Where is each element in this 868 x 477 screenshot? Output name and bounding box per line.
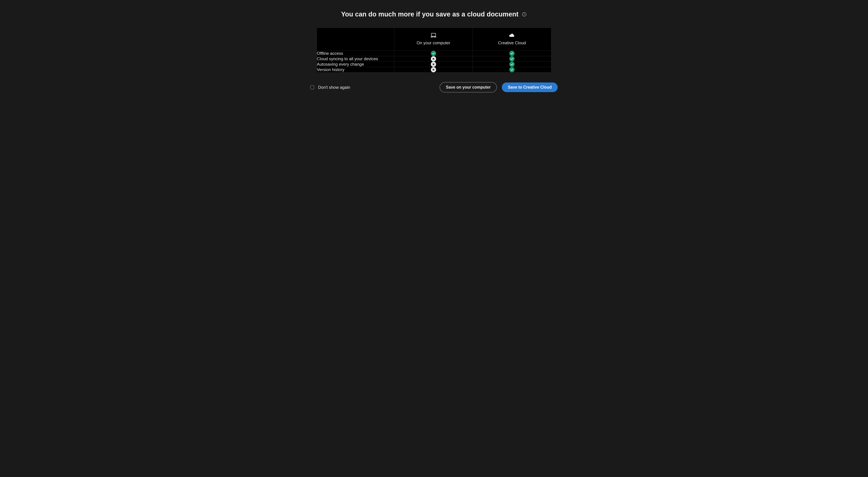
feature-mark: [473, 51, 551, 56]
svg-rect-3: [431, 33, 436, 36]
laptop-icon: [398, 33, 469, 38]
column-label-cloud: Creative Cloud: [476, 40, 548, 45]
table-row: Version history: [317, 67, 551, 72]
save-on-computer-button[interactable]: Save on your computer: [440, 82, 497, 92]
table-header-cloud: Creative Cloud: [473, 28, 551, 51]
feature-mark: [394, 51, 473, 56]
cloud-icon: [476, 33, 548, 38]
column-label-local: On your computer: [398, 40, 469, 45]
title-row: You can do much more if you save as a cl…: [310, 10, 558, 18]
check-icon: [509, 62, 515, 67]
feature-mark: [473, 67, 551, 72]
info-icon[interactable]: [522, 12, 527, 17]
comparison-table: On your computer Creative Cloud Offline: [317, 28, 551, 72]
feature-mark: [394, 62, 473, 67]
table-header-empty: [317, 28, 394, 51]
feature-label: Cloud syncing to all your devices: [317, 56, 394, 62]
check-icon: [509, 56, 515, 61]
dialog-title: You can do much more if you save as a cl…: [341, 10, 519, 18]
feature-mark: [473, 62, 551, 67]
feature-label: Version history: [317, 67, 394, 72]
check-icon: [431, 51, 436, 56]
cross-icon: [431, 67, 436, 72]
button-row: Save on your computer Save to Creative C…: [440, 82, 558, 92]
check-icon: [509, 67, 515, 72]
dont-show-label: Don't show again: [318, 85, 350, 90]
dont-show-again-toggle[interactable]: Don't show again: [310, 85, 350, 90]
feature-mark: [473, 56, 551, 62]
table-row: Autosaving every change: [317, 62, 551, 67]
dialog-footer: Don't show again Save on your computer S…: [310, 82, 558, 92]
table-header-local: On your computer: [394, 28, 473, 51]
check-icon: [509, 51, 515, 56]
feature-mark: [394, 67, 473, 72]
cross-icon: [431, 56, 436, 61]
save-to-creative-cloud-button[interactable]: Save to Creative Cloud: [502, 83, 558, 92]
checkbox-icon[interactable]: [310, 86, 314, 89]
svg-rect-5: [433, 37, 434, 37]
feature-label: Autosaving every change: [317, 62, 394, 67]
table-row: Offline access: [317, 51, 551, 56]
table-header-row: On your computer Creative Cloud: [317, 28, 551, 51]
table-row: Cloud syncing to all your devices: [317, 56, 551, 62]
cloud-save-dialog: You can do much more if you save as a cl…: [310, 10, 558, 92]
feature-label: Offline access: [317, 51, 394, 56]
feature-mark: [394, 56, 473, 62]
cross-icon: [431, 62, 436, 67]
